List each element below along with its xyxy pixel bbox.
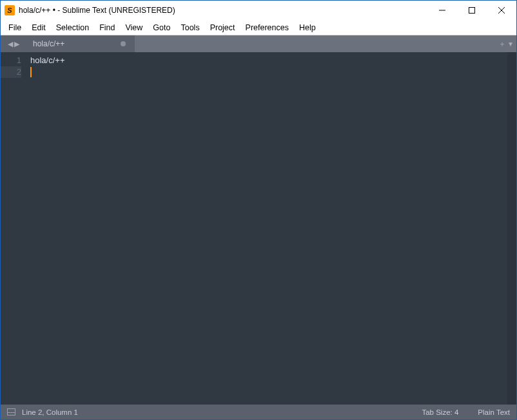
minimize-button[interactable] bbox=[427, 1, 457, 20]
new-tab-icon[interactable]: ＋ bbox=[498, 39, 506, 50]
statusbar: Line 2, Column 1 Tab Size: 4 Plain Text bbox=[1, 405, 516, 419]
svg-rect-1 bbox=[469, 8, 475, 14]
menu-tools[interactable]: Tools bbox=[175, 22, 204, 33]
text-cursor bbox=[30, 67, 32, 77]
menu-edit[interactable]: Edit bbox=[26, 22, 51, 33]
tabbar-actions: ＋ ▾ bbox=[498, 35, 512, 52]
line-number[interactable]: 2 bbox=[1, 66, 21, 78]
code-line: hola/c/++ bbox=[28, 55, 507, 66]
menu-preferences[interactable]: Preferences bbox=[240, 22, 294, 33]
syntax-mode[interactable]: Plain Text bbox=[478, 408, 510, 416]
tab-dropdown-icon[interactable]: ▾ bbox=[509, 39, 512, 48]
tab-history-nav: ◀ ▶ bbox=[1, 35, 26, 52]
tabbar: ◀ ▶ hola/c/++ ＋ ▾ bbox=[1, 35, 516, 52]
editor: 1 2 hola/c/++ bbox=[1, 52, 516, 405]
window-controls bbox=[427, 1, 516, 20]
nav-forward-icon[interactable]: ▶ bbox=[14, 40, 19, 48]
status-right: Tab Size: 4 Plain Text bbox=[422, 408, 510, 416]
tab-active[interactable]: hola/c/++ bbox=[26, 35, 135, 52]
code-line bbox=[28, 66, 507, 78]
menu-find[interactable]: Find bbox=[94, 22, 120, 33]
status-left: Line 2, Column 1 bbox=[7, 408, 78, 416]
nav-back-icon[interactable]: ◀ bbox=[8, 40, 13, 48]
titlebar-left: S hola/c/++ • - Sublime Text (UNREGISTER… bbox=[5, 5, 175, 15]
menu-selection[interactable]: Selection bbox=[51, 22, 94, 33]
menu-view[interactable]: View bbox=[120, 22, 148, 33]
tab-size[interactable]: Tab Size: 4 bbox=[422, 408, 458, 416]
menu-project[interactable]: Project bbox=[205, 22, 240, 33]
titlebar: S hola/c/++ • - Sublime Text (UNREGISTER… bbox=[1, 1, 516, 20]
maximize-icon bbox=[469, 7, 475, 14]
window-title: hola/c/++ • - Sublime Text (UNREGISTERED… bbox=[19, 6, 175, 15]
menubar: File Edit Selection Find View Goto Tools… bbox=[1, 20, 516, 35]
menu-help[interactable]: Help bbox=[294, 22, 321, 33]
line-number[interactable]: 1 bbox=[1, 55, 21, 66]
minimize-icon bbox=[439, 7, 445, 14]
gutter: 1 2 bbox=[1, 52, 28, 405]
panel-toggle-icon[interactable] bbox=[7, 408, 15, 415]
app-icon: S bbox=[5, 5, 15, 15]
tab-label: hola/c/++ bbox=[33, 39, 64, 48]
close-button[interactable] bbox=[487, 1, 516, 20]
menu-file[interactable]: File bbox=[3, 22, 26, 33]
maximize-button[interactable] bbox=[457, 1, 487, 20]
cursor-position[interactable]: Line 2, Column 1 bbox=[22, 408, 78, 416]
menu-goto[interactable]: Goto bbox=[148, 22, 175, 33]
vertical-scrollbar[interactable] bbox=[507, 52, 516, 405]
dirty-indicator-icon bbox=[121, 41, 126, 46]
close-icon bbox=[498, 7, 505, 14]
code-area[interactable]: hola/c/++ bbox=[28, 52, 507, 405]
